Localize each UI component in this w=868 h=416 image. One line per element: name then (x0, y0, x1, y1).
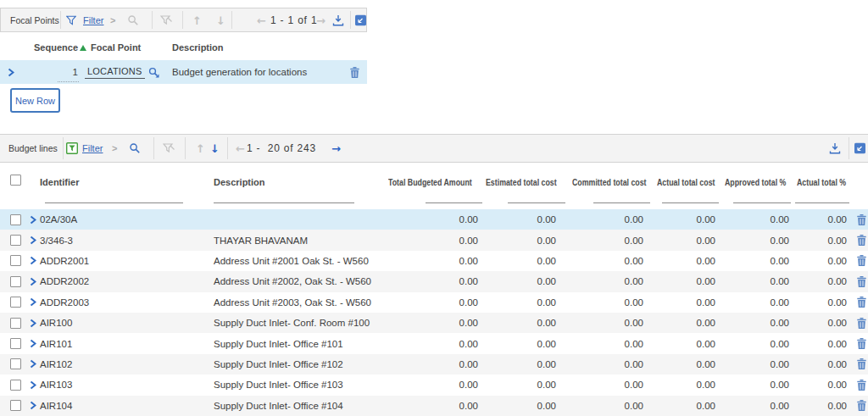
identifier-cell[interactable]: AIR101 (40, 339, 214, 349)
approved-total-pct-cell[interactable]: 0.00 (716, 297, 790, 308)
row-checkbox[interactable] (0, 380, 26, 391)
committed-total-cost-cell[interactable]: 0.00 (557, 401, 644, 411)
approved-total-pct-cell[interactable]: 0.00 (716, 318, 790, 328)
expand-row-icon[interactable] (26, 215, 40, 225)
estimated-total-cost-cell[interactable]: 0.00 (479, 401, 557, 411)
estimated-total-cost-cell[interactable]: 0.00 (479, 359, 557, 369)
previous-page-icon[interactable]: ← (257, 14, 266, 25)
expand-row-icon[interactable] (26, 359, 40, 369)
committed-total-cost-cell[interactable]: 0.00 (557, 339, 644, 349)
row-checkbox[interactable] (0, 338, 26, 349)
committed-total-cost-cell[interactable]: 0.00 (557, 359, 644, 369)
description-cell[interactable]: Supply Duct Inlet- Conf. Room #100 (214, 318, 381, 328)
column-header-estimated-total-cost[interactable]: Estimated total cost (486, 177, 557, 187)
approved-total-pct-cell[interactable]: 0.00 (716, 236, 790, 246)
approved-total-pct-cell[interactable]: 0.00 (716, 359, 790, 369)
filter-table-icon[interactable] (66, 142, 78, 154)
identifier-cell[interactable]: ADDR2002 (40, 276, 214, 286)
approved-total-pct-cell[interactable]: 0.00 (716, 256, 790, 266)
focal-point-description[interactable]: Budget generation for locations (166, 67, 339, 77)
maximize-icon[interactable] (355, 14, 366, 25)
focal-points-row[interactable]: 1 LOCATIONS Budget generation for locati… (0, 60, 367, 84)
actual-total-cost-cell[interactable]: 0.00 (644, 318, 716, 328)
next-row-icon[interactable]: ↓ (216, 14, 225, 25)
identifier-cell[interactable]: 3/346-3 (40, 236, 214, 246)
delete-row-button[interactable] (339, 67, 367, 78)
open-filter-chevron-icon[interactable]: > (110, 15, 115, 25)
description-cell[interactable]: Supply Duct Inlet- Office #102 (214, 359, 381, 369)
expand-row-icon[interactable] (26, 401, 40, 410)
filter-input-approved-total-pct[interactable] (733, 202, 791, 203)
committed-total-cost-cell[interactable]: 0.00 (557, 236, 644, 246)
table-row[interactable]: AIR101 Supply Duct Inlet- Office #101 0.… (0, 333, 868, 353)
identifier-cell[interactable]: ADDR2003 (40, 297, 214, 308)
estimated-total-cost-cell[interactable]: 0.00 (479, 380, 557, 390)
next-row-icon[interactable]: ↓ (210, 143, 220, 154)
expand-row-icon[interactable] (26, 380, 40, 390)
estimated-total-cost-cell[interactable]: 0.00 (479, 339, 557, 349)
actual-total-cost-cell[interactable]: 0.00 (644, 276, 716, 286)
delete-row-button[interactable] (848, 214, 868, 225)
total-budgeted-amount-cell[interactable]: 0.00 (381, 297, 479, 308)
total-budgeted-amount-cell[interactable]: 0.00 (381, 401, 479, 411)
actual-total-pct-cell[interactable]: 0.00 (790, 276, 848, 286)
download-icon[interactable] (331, 14, 345, 26)
row-checkbox[interactable] (0, 276, 26, 287)
actual-total-pct-cell[interactable]: 0.00 (790, 380, 848, 390)
column-header-committed-total-cost[interactable]: Committed total cost (572, 177, 647, 187)
previous-page-icon[interactable]: ← (236, 143, 245, 154)
description-cell[interactable]: Supply Duct Inlet- Office #101 (214, 339, 381, 349)
expand-row-icon[interactable] (26, 256, 40, 265)
column-header-identifier[interactable]: Identifier (40, 177, 79, 187)
total-budgeted-amount-cell[interactable]: 0.00 (381, 236, 479, 246)
actual-total-pct-cell[interactable]: 0.00 (790, 236, 848, 246)
committed-total-cost-cell[interactable]: 0.00 (557, 380, 644, 390)
description-cell[interactable]: Address Unit #2003, Oak St. - W560 (214, 297, 381, 308)
estimated-total-cost-cell[interactable]: 0.00 (479, 214, 557, 225)
delete-row-button[interactable] (848, 255, 868, 266)
approved-total-pct-cell[interactable]: 0.00 (716, 214, 790, 225)
description-cell[interactable]: Address Unit #2001 Oak St. - W560 (214, 256, 381, 266)
total-budgeted-amount-cell[interactable]: 0.00 (381, 256, 479, 266)
estimated-total-cost-cell[interactable]: 0.00 (479, 256, 557, 266)
clear-filter-icon[interactable] (163, 143, 175, 154)
delete-row-button[interactable] (848, 338, 868, 349)
expand-row-icon[interactable] (26, 339, 40, 348)
table-row[interactable]: AIR103 Supply Duct Inlet- Office #103 0.… (0, 374, 868, 395)
estimated-total-cost-cell[interactable]: 0.00 (479, 276, 557, 286)
table-row[interactable]: 02A/30A 0.00 0.00 0.00 0.00 0.00 0.00 (0, 209, 868, 230)
actual-total-cost-cell[interactable]: 0.00 (644, 214, 716, 225)
table-row[interactable]: AIR104 Supply Duct Inlet- Office #104 0.… (0, 396, 868, 416)
row-checkbox[interactable] (0, 358, 26, 369)
approved-total-pct-cell[interactable]: 0.00 (716, 380, 790, 390)
new-row-button[interactable]: New Row (10, 88, 60, 113)
filter-input-estimated-total-cost[interactable] (508, 202, 565, 203)
column-header-description[interactable]: Description (214, 177, 265, 187)
total-budgeted-amount-cell[interactable]: 0.00 (381, 214, 479, 225)
select-all-checkbox[interactable] (10, 174, 21, 189)
column-header-actual-total-pct[interactable]: Actual total % (797, 177, 846, 187)
approved-total-pct-cell[interactable]: 0.00 (716, 276, 790, 286)
open-filter-chevron-icon[interactable]: > (112, 143, 117, 153)
total-budgeted-amount-cell[interactable]: 0.00 (381, 380, 479, 390)
filter-funnel-icon[interactable] (66, 15, 76, 25)
column-header-actual-total-cost[interactable]: Actual total cost (657, 177, 715, 187)
column-header-total-budgeted-amount[interactable]: Total Budgeted Amount (388, 177, 472, 187)
column-header-approved-total-pct[interactable]: Approved total % (725, 177, 786, 187)
approved-total-pct-cell[interactable]: 0.00 (716, 401, 790, 411)
actual-total-cost-cell[interactable]: 0.00 (644, 359, 716, 369)
identifier-cell[interactable]: AIR104 (40, 401, 214, 411)
column-header-sequence[interactable]: Sequence (25, 42, 86, 53)
actual-total-cost-cell[interactable]: 0.00 (644, 401, 716, 411)
description-cell[interactable]: Supply Duct Inlet- Office #103 (214, 380, 381, 390)
actual-total-pct-cell[interactable]: 0.00 (790, 214, 848, 225)
actual-total-pct-cell[interactable]: 0.00 (790, 256, 848, 266)
row-checkbox[interactable] (0, 214, 26, 225)
total-budgeted-amount-cell[interactable]: 0.00 (381, 276, 479, 286)
delete-row-button[interactable] (848, 358, 868, 369)
next-page-icon[interactable]: → (331, 143, 341, 154)
actual-total-pct-cell[interactable]: 0.00 (790, 297, 848, 308)
actual-total-pct-cell[interactable]: 0.00 (790, 339, 848, 349)
table-row[interactable]: 3/346-3 THAYAR BHAVANAM 0.00 0.00 0.00 0… (0, 230, 868, 250)
estimated-total-cost-cell[interactable]: 0.00 (479, 318, 557, 328)
